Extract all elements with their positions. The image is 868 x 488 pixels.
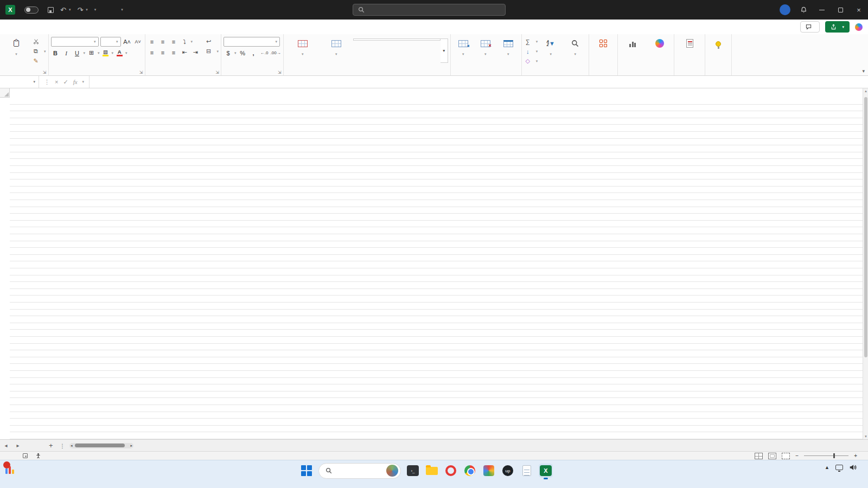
align-right-button[interactable]: ≡ [169,48,178,57]
font-color-button[interactable]: A [115,48,124,57]
increase-decimal-button[interactable]: ←.0 [260,48,269,57]
taskbar-photos[interactable] [482,464,496,478]
volume-icon[interactable] [849,464,857,471]
align-center-button[interactable]: ≡ [158,48,168,57]
underline-button[interactable]: U [73,48,82,57]
clipboard-dialog-launcher[interactable]: ⇲ [43,70,47,75]
format-cells-button[interactable]: ▾ [497,36,519,56]
select-all-corner[interactable] [0,88,10,98]
normal-view-button[interactable] [755,453,763,459]
clear-button[interactable]: ◇▾ [524,56,538,66]
font-dialog-launcher[interactable]: ⇲ [139,70,143,75]
display-tray-icon[interactable] [835,465,843,470]
orientation-button[interactable]: ⤵ [180,37,189,46]
taskbar-search[interactable] [318,463,401,479]
horizontal-scroll-thumb[interactable] [75,444,125,447]
more-options-icon[interactable]: ⋮ [44,79,50,86]
accounting-format-button[interactable]: $ [224,48,233,57]
save-button[interactable] [48,7,54,13]
wrap-text-button[interactable]: ↩ [205,37,219,46]
taskbar-file-explorer[interactable] [425,464,439,478]
taskbar-up-app[interactable]: up [501,464,515,478]
titlebar-search[interactable] [353,4,506,16]
create-pdf-button[interactable] [676,36,703,50]
name-box[interactable]: ▾ [0,76,39,88]
cut-button[interactable] [32,37,46,46]
collapse-ribbon-button[interactable]: ▾ [862,68,865,74]
document-title[interactable]: ▾ [111,8,123,12]
vertical-scrollbar[interactable]: ▲ ▼ [863,88,868,439]
confirm-entry-icon[interactable]: ✓ [63,79,68,86]
notifications-button[interactable] [794,0,813,20]
scroll-left-arrow[interactable]: ◂ [71,443,73,448]
italic-button[interactable]: I [62,48,71,57]
taskbar-opera[interactable] [444,464,458,478]
number-format-combo[interactable]: ▾ [224,37,280,47]
share-button[interactable]: ▾ [825,21,850,33]
horizontal-scrollbar[interactable]: ◂ ▸ [69,443,133,448]
alignment-dialog-launcher[interactable]: ⇲ [215,70,219,75]
zoom-slider[interactable] [804,455,848,456]
align-top-button[interactable]: ≡ [148,37,157,46]
format-as-table-button[interactable]: ▾ [321,36,352,56]
copy-button[interactable]: ⧉▾ [32,47,46,56]
solver-button[interactable] [707,36,729,50]
align-middle-button[interactable]: ≡ [158,37,168,46]
fill-color-button[interactable]: ▧ [101,48,110,57]
align-bottom-button[interactable]: ≡ [169,37,178,46]
delete-cells-button[interactable]: × ▾ [475,36,496,56]
quick-access-menu[interactable]: ▾ [94,8,97,12]
increase-font-button[interactable]: A˄ [123,37,132,47]
conditional-formatting-button[interactable]: ▾ [286,36,320,56]
font-name-combo[interactable]: ▾ [51,37,99,47]
undo-button[interactable]: ↶▾ [60,6,71,14]
number-dialog-launcher[interactable]: ⇲ [278,70,282,75]
redo-button[interactable]: ↷▾ [77,6,87,14]
analyze-data-button[interactable] [620,36,646,50]
format-painter-button[interactable]: ✎ [32,56,46,66]
taskbar-app-desktop[interactable]: ›_ [406,464,420,478]
decrease-indent-button[interactable]: ⇤ [180,48,189,57]
comma-style-button[interactable]: , [249,48,258,57]
prev-sheet-button[interactable]: ◂ [0,442,12,448]
account-avatar[interactable] [776,0,794,20]
excel-app-icon[interactable]: X [5,5,15,15]
cancel-entry-icon[interactable]: × [55,79,58,85]
zoom-out-button[interactable]: − [795,453,799,459]
next-sheet-button[interactable]: ▸ [12,442,24,448]
weather-widget[interactable] [5,463,20,475]
accessibility-status[interactable] [35,453,43,459]
align-left-button[interactable]: ≡ [148,48,157,57]
macro-record-button[interactable] [23,453,28,458]
comments-button[interactable] [800,21,820,33]
paste-button[interactable]: 📋︎ ▾ [2,36,30,56]
font-size-combo[interactable]: ▾ [100,37,121,47]
zoom-slider-thumb[interactable] [833,453,835,458]
merge-center-button[interactable]: ⊟▾ [205,47,219,56]
sort-filter-button[interactable]: AZ▼ ▾ [539,36,562,56]
scroll-right-arrow[interactable]: ▸ [131,443,133,448]
vertical-scroll-thumb[interactable] [864,97,867,357]
addins-button[interactable] [591,36,615,50]
zoom-in-button[interactable]: + [854,453,857,459]
percent-style-button[interactable]: % [238,48,247,57]
autosave-toggle[interactable] [24,7,39,14]
increase-indent-button[interactable]: ⇥ [191,48,200,57]
scroll-up-arrow[interactable]: ▲ [863,89,868,93]
grid-cells-area[interactable] [10,98,863,439]
insert-cells-button[interactable]: ◂ ▾ [453,36,474,56]
tab-options-icon[interactable]: ⋮ [60,442,66,449]
borders-button[interactable]: ⊞ [87,48,96,57]
copilot-icon[interactable] [855,23,863,31]
copilot-button[interactable] [648,36,672,50]
autosave-control[interactable] [22,7,41,14]
decrease-decimal-button[interactable]: .00→ [271,48,281,57]
formula-input[interactable] [90,76,868,88]
styles-gallery-more-button[interactable]: ▾ [441,38,448,63]
autosum-button[interactable]: ∑▾ [524,37,538,46]
find-select-button[interactable]: ▾ [564,36,586,56]
scroll-down-arrow[interactable]: ▼ [863,435,868,438]
start-button[interactable] [299,464,314,478]
close-button[interactable]: × [850,0,868,20]
maximize-button[interactable] [831,0,850,20]
